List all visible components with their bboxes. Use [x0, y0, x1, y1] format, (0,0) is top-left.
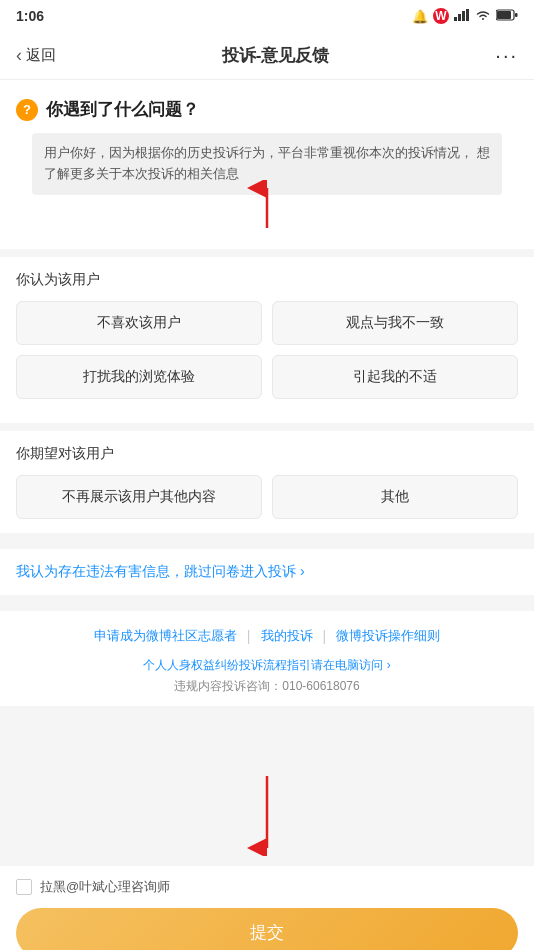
notice-text-line1: 用户你好，因为根据你的历史投诉行为，平台非常重视你本次的投诉情况，: [44, 145, 473, 160]
arrow-down-icon: [247, 776, 287, 856]
blacklist-checkbox[interactable]: [16, 879, 32, 895]
option-dislike[interactable]: 不喜欢该用户: [16, 301, 262, 345]
option-no-show[interactable]: 不再展示该用户其他内容: [16, 475, 262, 519]
submit-button[interactable]: 提交: [16, 908, 518, 950]
user-opinion-section: 你认为该用户 不喜欢该用户 观点与我不一致 打扰我的浏览体验 引起我的不适: [0, 257, 534, 423]
footer-info-line2: 违规内容投诉咨询：010-60618076: [16, 676, 518, 698]
nav-bar: ‹ 返回 投诉-意见反馈 ···: [0, 32, 534, 80]
divider-3: [0, 533, 534, 541]
back-label: 返回: [26, 46, 56, 65]
main-content: ? 你遇到了什么问题？ 用户你好，因为根据你的历史投诉行为，平台非常重视你本次的…: [0, 80, 534, 950]
option-discomfort[interactable]: 引起我的不适: [272, 355, 518, 399]
divider-2: [0, 423, 534, 431]
svg-rect-3: [466, 9, 469, 21]
content-spacer: [0, 706, 534, 866]
bell-icon: 🔔: [412, 9, 428, 24]
option-other[interactable]: 其他: [272, 475, 518, 519]
section-header: ? 你遇到了什么问题？: [16, 94, 518, 133]
divider-1: [0, 249, 534, 257]
option-disturb[interactable]: 打扰我的浏览体验: [16, 355, 262, 399]
weibo-icon: W: [433, 8, 449, 24]
svg-rect-6: [515, 13, 518, 17]
section-title: 你遇到了什么问题？: [46, 98, 199, 121]
link-row: 我认为存在违法有害信息，跳过问卷进入投诉 ›: [0, 549, 534, 595]
my-complaint-link[interactable]: 我的投诉: [261, 627, 313, 645]
user-opinion-label: 你认为该用户: [16, 271, 518, 289]
blacklist-label: 拉黑@叶斌心理咨询师: [40, 878, 170, 896]
option-disagree[interactable]: 观点与我不一致: [272, 301, 518, 345]
page-title: 投诉-意见反馈: [222, 44, 330, 67]
status-icons: 🔔 W: [412, 8, 518, 24]
bottom-area: 拉黑@叶斌心理咨询师 提交: [0, 866, 534, 950]
signal-icon: [454, 9, 470, 24]
checkbox-row: 拉黑@叶斌心理咨询师: [16, 878, 518, 896]
question-section: ? 你遇到了什么问题？ 用户你好，因为根据你的历史投诉行为，平台非常重视你本次的…: [0, 80, 534, 249]
svg-rect-0: [454, 17, 457, 21]
volunteer-link[interactable]: 申请成为微博社区志愿者: [94, 627, 237, 645]
divider-4: [0, 595, 534, 603]
status-time: 1:06: [16, 8, 44, 24]
footer-info: 个人人身权益纠纷投诉流程指引请在电脑访问 › 违规内容投诉咨询：010-6061…: [16, 655, 518, 698]
question-icon: ?: [16, 99, 38, 121]
footer-link-row: 申请成为微博社区志愿者 | 我的投诉 | 微博投诉操作细则: [16, 627, 518, 645]
svg-rect-2: [462, 11, 465, 21]
status-bar: 1:06 🔔 W: [0, 0, 534, 32]
notice-container: 用户你好，因为根据你的历史投诉行为，平台非常重视你本次的投诉情况， 想了解更多关…: [16, 133, 518, 195]
complaint-rules-link[interactable]: 微博投诉操作细则: [336, 627, 440, 645]
expect-options: 不再展示该用户其他内容 其他: [16, 475, 518, 519]
skip-link[interactable]: 我认为存在违法有害信息，跳过问卷进入投诉 ›: [16, 563, 305, 579]
arrow-down-container: [0, 706, 534, 866]
back-chevron-icon: ‹: [16, 45, 22, 66]
svg-rect-5: [497, 11, 511, 19]
user-opinion-options: 不喜欢该用户 观点与我不一致 打扰我的浏览体验 引起我的不适: [16, 301, 518, 399]
wifi-icon: [475, 9, 491, 24]
battery-icon: [496, 9, 518, 24]
expect-section: 你期望对该用户 不再展示该用户其他内容 其他: [0, 431, 534, 533]
separator-1: |: [247, 628, 251, 644]
arrow-annotation: [247, 180, 287, 233]
expect-label: 你期望对该用户: [16, 445, 518, 463]
footer-links: 申请成为微博社区志愿者 | 我的投诉 | 微博投诉操作细则 个人人身权益纠纷投诉…: [0, 611, 534, 706]
more-button[interactable]: ···: [495, 44, 518, 67]
back-button[interactable]: ‹ 返回: [16, 45, 56, 66]
footer-info-line1: 个人人身权益纠纷投诉流程指引请在电脑访问 ›: [16, 655, 518, 677]
separator-2: |: [323, 628, 327, 644]
svg-rect-1: [458, 14, 461, 21]
